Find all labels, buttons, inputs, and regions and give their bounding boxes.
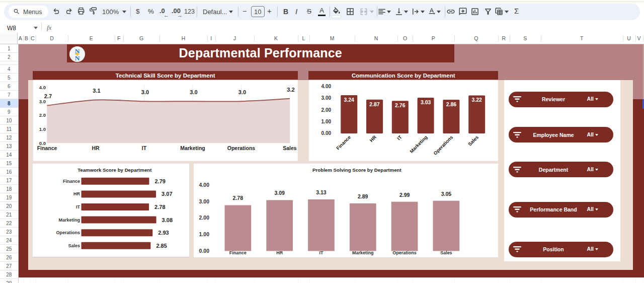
svg-text:3.13: 3.13 [316, 190, 327, 195]
svg-text:Sales: Sales [283, 146, 297, 151]
svg-text:HR: HR [276, 250, 283, 255]
svg-text:2.78: 2.78 [154, 204, 165, 210]
svg-text:Sales: Sales [68, 243, 80, 248]
svg-text:1.0: 1.0 [39, 126, 46, 132]
svg-text:3.05: 3.05 [441, 191, 451, 196]
svg-text:Marketing: Marketing [59, 218, 80, 223]
svg-text:2.87: 2.87 [369, 102, 380, 107]
svg-text:2.99: 2.99 [399, 192, 410, 197]
svg-text:Problem Solving Score by Depar: Problem Solving Score by Department [312, 167, 401, 173]
svg-text:2.85: 2.85 [156, 243, 167, 249]
svg-text:4.0: 4.0 [39, 85, 46, 90]
svg-text:3.03: 3.03 [421, 100, 431, 105]
svg-text:2.00: 2.00 [199, 215, 209, 221]
svg-text:3.2: 3.2 [287, 87, 294, 93]
svg-text:Operations: Operations [227, 146, 256, 151]
svg-text:Operations: Operations [392, 250, 416, 255]
svg-text:2.89: 2.89 [358, 194, 368, 199]
svg-text:2.00: 2.00 [321, 107, 331, 113]
svg-text:Teamwork Score by Department: Teamwork Score by Department [77, 167, 152, 173]
svg-text:1.00: 1.00 [321, 119, 331, 124]
svg-text:2.78: 2.78 [232, 195, 243, 201]
svg-text:0.0: 0.0 [39, 140, 46, 146]
svg-text:2.0: 2.0 [39, 112, 46, 118]
svg-text:IT: IT [142, 146, 147, 151]
svg-text:4.00: 4.00 [321, 84, 331, 89]
svg-text:IT: IT [76, 204, 80, 209]
svg-text:Sales: Sales [440, 250, 452, 255]
svg-text:2.79: 2.79 [155, 178, 166, 184]
svg-text:2.93: 2.93 [158, 230, 169, 236]
svg-text:Marketing: Marketing [180, 146, 205, 151]
svg-text:Communication Score by Departm: Communication Score by Department [352, 73, 455, 79]
svg-text:3.00: 3.00 [321, 95, 331, 101]
svg-text:3.07: 3.07 [162, 191, 172, 197]
svg-text:Operations: Operations [56, 230, 80, 235]
svg-text:3.00: 3.00 [199, 199, 209, 204]
svg-text:Marketing: Marketing [352, 250, 373, 255]
svg-text:3.08: 3.08 [162, 217, 173, 223]
svg-text:Technical Skill Score by Depar: Technical Skill Score by Department [116, 73, 215, 79]
svg-text:3.24: 3.24 [344, 97, 354, 103]
svg-text:3.22: 3.22 [471, 97, 482, 103]
svg-text:3.0: 3.0 [141, 89, 149, 95]
svg-text:Finance: Finance [37, 146, 57, 151]
svg-text:3.0: 3.0 [238, 89, 246, 95]
svg-text:HR: HR [73, 192, 80, 197]
svg-text:HR: HR [92, 146, 100, 151]
svg-text:1.00: 1.00 [199, 232, 209, 237]
svg-text:Finance: Finance [63, 179, 80, 184]
svg-text:N: N [75, 54, 80, 62]
svg-text:3.09: 3.09 [274, 190, 285, 196]
svg-text:4.00: 4.00 [199, 182, 209, 188]
svg-text:3.0: 3.0 [190, 89, 197, 95]
svg-text:2.86: 2.86 [446, 102, 457, 107]
svg-text:2.7: 2.7 [44, 93, 52, 99]
svg-text:2.76: 2.76 [395, 103, 406, 108]
svg-text:IT: IT [319, 250, 323, 255]
svg-text:0.00: 0.00 [199, 248, 209, 254]
svg-text:3.1: 3.1 [93, 88, 100, 94]
svg-text:0.00: 0.00 [321, 130, 331, 136]
svg-text:Finance: Finance [229, 250, 247, 255]
